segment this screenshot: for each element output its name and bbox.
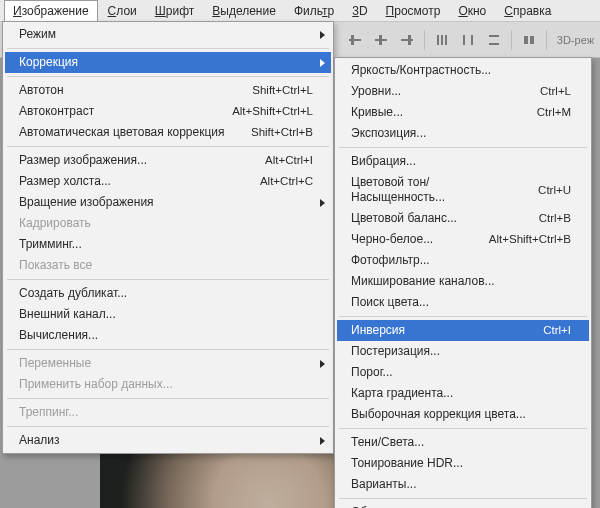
menu-item[interactable]: Создать дубликат...	[5, 283, 331, 304]
menu-item[interactable]: АвтоконтрастAlt+Shift+Ctrl+L	[5, 101, 331, 122]
menu-item-label: Размер холста...	[19, 174, 111, 189]
submenu-arrow-icon	[320, 437, 325, 445]
menubar-item[interactable]: 3D	[344, 1, 375, 21]
menu-item[interactable]: Вращение изображения	[5, 192, 331, 213]
align-icon[interactable]	[398, 31, 416, 49]
menu-item[interactable]: Вычисления...	[5, 325, 331, 346]
menu-item: Применить набор данных...	[5, 374, 331, 395]
menu-item-shortcut: Alt+Ctrl+C	[260, 174, 313, 189]
menu-item-shortcut: Shift+Ctrl+B	[251, 125, 313, 140]
menu-item[interactable]: ОбесцветитьShift+Ctrl+U	[337, 502, 589, 508]
menu-item-label: Коррекция	[19, 55, 78, 70]
menubar-item[interactable]: Шрифт	[147, 1, 202, 21]
menu-item-shortcut: Ctrl+I	[543, 323, 571, 338]
menu-item-label: Поиск цвета...	[351, 295, 429, 310]
submenu-arrow-icon	[320, 199, 325, 207]
menubar-item[interactable]: Справка	[496, 1, 559, 21]
menu-item-label: Порог...	[351, 365, 393, 380]
distribute-icon[interactable]	[485, 31, 503, 49]
menu-item-label: Выборочная коррекция цвета...	[351, 407, 526, 422]
mode-3d-icon[interactable]	[520, 31, 538, 49]
menu-item[interactable]: Тримминг...	[5, 234, 331, 255]
menu-separator	[339, 498, 587, 499]
menu-item[interactable]: АвтотонShift+Ctrl+L	[5, 80, 331, 101]
menu-item-label: Экспозиция...	[351, 126, 426, 141]
menu-item[interactable]: Автоматическая цветовая коррекцияShift+C…	[5, 122, 331, 143]
svg-rect-3	[379, 35, 382, 45]
menu-item[interactable]: Карта градиента...	[337, 383, 589, 404]
menu-separator	[339, 316, 587, 317]
menubar-item[interactable]: Окно	[450, 1, 494, 21]
menubar-item[interactable]: Слои	[100, 1, 145, 21]
menu-item-label: Режим	[19, 27, 56, 42]
menu-item[interactable]: Уровни...Ctrl+L	[337, 81, 589, 102]
menu-item[interactable]: Фотофильтр...	[337, 250, 589, 271]
menu-item-label: Показать все	[19, 258, 92, 273]
menu-separator	[339, 428, 587, 429]
menu-item-label: Кадрировать	[19, 216, 91, 231]
align-icon[interactable]	[346, 31, 364, 49]
svg-rect-5	[408, 35, 411, 45]
menu-separator	[7, 146, 329, 147]
menu-item[interactable]: Коррекция	[5, 52, 331, 73]
menu-item[interactable]: ИнверсияCtrl+I	[337, 320, 589, 341]
menu-item[interactable]: Кривые...Ctrl+M	[337, 102, 589, 123]
distribute-icon[interactable]	[433, 31, 451, 49]
align-icon[interactable]	[372, 31, 390, 49]
menu-item: Треппинг...	[5, 402, 331, 423]
menu-item[interactable]: Варианты...	[337, 474, 589, 495]
menu-item[interactable]: Цветовой баланс...Ctrl+B	[337, 208, 589, 229]
menu-separator	[7, 279, 329, 280]
menu-item-label: Применить набор данных...	[19, 377, 173, 392]
menubar-item[interactable]: Выделение	[204, 1, 284, 21]
menu-item[interactable]: Черно-белое...Alt+Shift+Ctrl+B	[337, 229, 589, 250]
menu-item-label: Тени/Света...	[351, 435, 424, 450]
toolbar-separator	[424, 30, 425, 50]
menu-item-label: Внешний канал...	[19, 307, 116, 322]
menu-separator	[7, 76, 329, 77]
menu-item-label: Инверсия	[351, 323, 405, 338]
mode-3d-label[interactable]: 3D-реж	[557, 34, 594, 46]
menu-item[interactable]: Вибрация...	[337, 151, 589, 172]
submenu-arrow-icon	[320, 59, 325, 67]
menu-item-label: Размер изображения...	[19, 153, 147, 168]
menubar-item[interactable]: Просмотр	[378, 1, 449, 21]
menu-item[interactable]: Цветовой тон/Насыщенность...Ctrl+U	[337, 172, 589, 208]
submenu-arrow-icon	[320, 31, 325, 39]
menubar-item[interactable]: Изображение	[4, 0, 98, 22]
menu-item-shortcut: Alt+Shift+Ctrl+B	[489, 232, 571, 247]
distribute-icon[interactable]	[459, 31, 477, 49]
menu-item-label: Карта градиента...	[351, 386, 453, 401]
menu-item-label: Кривые...	[351, 105, 403, 120]
menu-item[interactable]: Микширование каналов...	[337, 271, 589, 292]
menu-item-label: Варианты...	[351, 477, 416, 492]
menu-item[interactable]: Режим	[5, 24, 331, 45]
menu-item[interactable]: Размер холста...Alt+Ctrl+C	[5, 171, 331, 192]
menu-item[interactable]: Порог...	[337, 362, 589, 383]
menu-item[interactable]: Размер изображения...Alt+Ctrl+I	[5, 150, 331, 171]
menu-item-label: Вычисления...	[19, 328, 98, 343]
menu-item[interactable]: Анализ	[5, 430, 331, 451]
menu-item[interactable]: Выборочная коррекция цвета...	[337, 404, 589, 425]
menu-adjustments: Яркость/Контрастность...Уровни...Ctrl+LК…	[334, 57, 592, 508]
menu-item-label: Цветовой баланс...	[351, 211, 457, 226]
menubar-item[interactable]: Фильтр	[286, 1, 342, 21]
menu-item-shortcut: Shift+Ctrl+L	[252, 83, 313, 98]
menu-item[interactable]: Внешний канал...	[5, 304, 331, 325]
menu-item-label: Вращение изображения	[19, 195, 154, 210]
menu-item-shortcut: Alt+Shift+Ctrl+L	[232, 104, 313, 119]
menu-item-label: Цветовой тон/Насыщенность...	[351, 175, 518, 205]
menu-item[interactable]: Яркость/Контрастность...	[337, 60, 589, 81]
menu-item[interactable]: Экспозиция...	[337, 123, 589, 144]
menu-item-label: Фотофильтр...	[351, 253, 430, 268]
menu-separator	[7, 398, 329, 399]
svg-rect-14	[530, 36, 534, 44]
menu-item[interactable]: Тонирование HDR...	[337, 453, 589, 474]
menu-item[interactable]: Постеризация...	[337, 341, 589, 362]
svg-rect-12	[489, 43, 499, 45]
menu-item[interactable]: Тени/Света...	[337, 432, 589, 453]
menu-item-label: Уровни...	[351, 84, 401, 99]
menu-item[interactable]: Поиск цвета...	[337, 292, 589, 313]
svg-rect-10	[471, 35, 473, 45]
menu-item-label: Переменные	[19, 356, 91, 371]
